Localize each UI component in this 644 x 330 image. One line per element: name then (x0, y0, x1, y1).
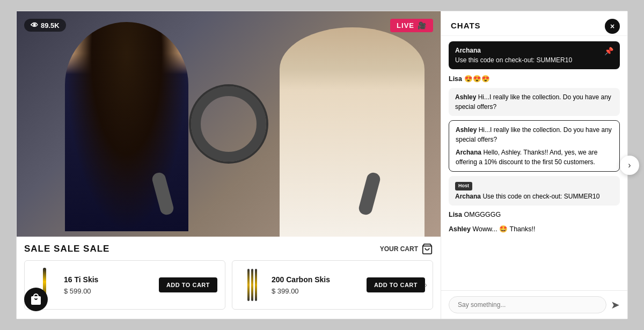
chevron-right-icon: › (628, 160, 631, 170)
close-button[interactable]: × (605, 19, 620, 34)
view-count-badge: 👁 89.5K (24, 19, 66, 32)
product-name-1: 16 Ti Skis (64, 275, 151, 284)
group-message-archana: Archana Hello, Ashley. Thanks!! And, yes… (456, 148, 613, 167)
chat-message-host: Host Archana Use this code on check-out:… (449, 176, 620, 206)
message-sender-lisa-1: Lisa (449, 75, 462, 83)
main-container: × › 👁 89.5K LIVE (16, 11, 628, 319)
message-sender-ashley-3: Ashley (449, 225, 471, 233)
products-grid: 16 Ti Skis $ 599.00 ADD TO CART (24, 260, 433, 310)
chat-message-ashley-1: Ashley Hi...I really like the collection… (449, 88, 620, 116)
product-card-1: 16 Ti Skis $ 599.00 ADD TO CART (24, 260, 225, 310)
ring-light (191, 86, 266, 162)
video-background (17, 11, 441, 237)
person-right (280, 27, 425, 237)
video-section: 👁 89.5K LIVE SALE SALE SALE YOUR CART (17, 11, 441, 319)
add-to-cart-button-1[interactable]: ADD TO CART (159, 277, 217, 292)
message-text-archana-host: Use this code on check-out: SUMMER10 (482, 193, 599, 200)
product-price-2: $ 399.00 (272, 287, 359, 295)
chat-message-group: Ashley Hi...I really like the collection… (449, 120, 620, 172)
cart-icon (421, 243, 433, 255)
cart-label: YOUR CART (380, 243, 433, 255)
message-sender-ashley-2: Ashley (456, 126, 477, 134)
send-button[interactable]: ➤ (611, 298, 620, 311)
send-icon: ➤ (611, 299, 620, 311)
sale-title: SALE SALE SALE (24, 244, 109, 254)
bag-icon (30, 293, 42, 306)
message-sender-archana-host: Archana (455, 193, 481, 200)
next-arrow-button[interactable]: › (620, 156, 639, 175)
pin-icon: 📌 (604, 46, 613, 57)
message-text-ashley-3: Woww... 🤩 Thanks!! (472, 225, 535, 233)
video-container: 👁 89.5K LIVE (17, 11, 441, 237)
chat-section: CHATS 📌 Archana Use this code on check-o… (441, 11, 627, 319)
chat-message-ashley-3: Ashley Woww... 🤩 Thanks!! (449, 224, 620, 234)
live-badge: LIVE (390, 19, 433, 32)
chat-message-lisa-1: Lisa 😍😍😍 (449, 74, 620, 84)
live-label: LIVE (397, 21, 414, 30)
message-text-ashley-2: Hi...I really like the collection. Do yo… (456, 126, 612, 143)
close-icon: × (610, 22, 614, 31)
chat-input-area: ➤ (441, 290, 627, 319)
message-sender-ashley-1: Ashley (455, 93, 476, 101)
chat-messages: 📌 Archana Use this code on check-out: SU… (441, 36, 627, 290)
chat-message-lisa-2: Lisa OMGGGGG (449, 210, 620, 219)
sale-header: SALE SALE SALE YOUR CART (24, 243, 433, 255)
message-sender-archana-pinned: Archana (455, 47, 481, 54)
group-message-ashley: Ashley Hi...I really like the collection… (456, 125, 613, 144)
your-cart-text: YOUR CART (380, 245, 418, 253)
message-sender-lisa-2: Lisa (449, 211, 462, 218)
chat-input[interactable] (449, 296, 606, 313)
product-info-1: 16 Ti Skis $ 599.00 (64, 275, 151, 295)
message-text-lisa-1: 😍😍😍 (464, 75, 490, 83)
host-badge: Host (455, 182, 472, 190)
ski-stick-thin-3 (255, 269, 257, 301)
message-text-archana-pinned: Use this code on check-out: SUMMER10 (455, 56, 572, 64)
message-text-lisa-2: OMGGGGG (464, 211, 501, 218)
camera-icon (418, 21, 427, 30)
view-count: 89.5K (41, 21, 60, 30)
product-price-1: $ 599.00 (64, 287, 151, 295)
product-arrow-icon: › (425, 280, 427, 290)
product-image-2 (240, 266, 264, 304)
ski-stick-thin-2 (251, 269, 253, 301)
eye-icon: 👁 (31, 21, 38, 30)
chat-header: CHATS (441, 11, 627, 36)
message-sender-archana-2: Archana (456, 149, 481, 156)
product-card-2: 200 Carbon Skis $ 399.00 ADD TO CART › (232, 260, 433, 310)
product-name-2: 200 Carbon Skis (272, 275, 359, 284)
shopify-icon[interactable] (24, 288, 48, 311)
chat-message-archana-pinned: 📌 Archana Use this code on check-out: SU… (449, 41, 620, 69)
message-text-ashley-1: Hi...I really like the collection. Do yo… (455, 93, 611, 111)
ski-stick-thin-1 (247, 269, 250, 301)
add-to-cart-button-2[interactable]: ADD TO CART (367, 277, 425, 292)
products-section: SALE SALE SALE YOUR CART (17, 237, 441, 316)
product-info-2: 200 Carbon Skis $ 399.00 (272, 275, 359, 295)
